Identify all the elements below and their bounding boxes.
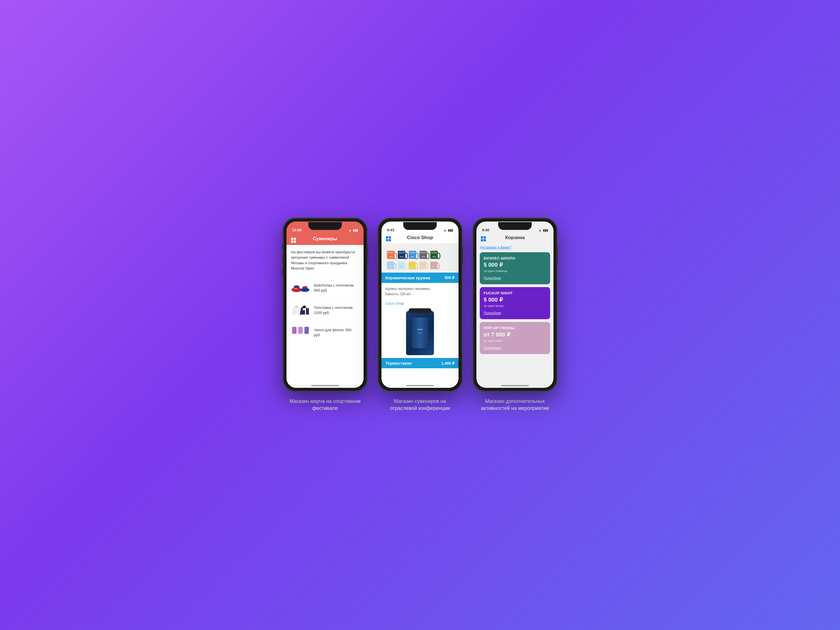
thermos-lid	[409, 308, 431, 313]
cap-thumb: USA	[291, 280, 311, 296]
basket-card-fuckup[interactable]: FUCKUP NIGHT 5 000 ₽ за один вечер Подро…	[480, 287, 550, 319]
svg-rect-25	[305, 328, 308, 332]
svg-text:cisco: cisco	[389, 256, 393, 258]
svg-text:cisco: cisco	[399, 266, 403, 267]
basket-link[interactable]: Что входит в билет?	[480, 243, 550, 252]
phone2-battery-icon: ▮▮▮	[448, 228, 453, 232]
phone2-grid-icon[interactable]	[386, 234, 391, 241]
phone1-frame: 13:09 ▲ ▮▮▮ Сувениры На фестивале	[283, 218, 367, 391]
mugs-banner: cisco cisco	[382, 244, 458, 272]
product-case-name: Чехол для Iphone, 650 руб.	[314, 328, 359, 338]
svg-point-12	[294, 328, 294, 329]
phone3-status-icons: ▲ ▮▮▮	[538, 228, 548, 232]
phone2-status-icons: ▲ ▮▮▮	[444, 228, 453, 232]
svg-text:cisco: cisco	[432, 266, 435, 267]
phone1-status-bar: 13:09 ▲ ▮▮▮	[286, 222, 363, 234]
phone1-wrapper: 13:09 ▲ ▮▮▮ Сувениры На фестивале	[283, 218, 367, 412]
phone1-nav-bar: Сувениры	[286, 234, 363, 245]
svg-point-26	[306, 328, 306, 329]
phone3-content: Что входит в билет? БИЗНЕС-ШКОЛА 5 000 ₽…	[477, 243, 554, 383]
phone3-nav-bar: Корзина	[477, 234, 554, 243]
product-item-case[interactable]: Чехол для Iphone, 650 руб.	[291, 321, 359, 344]
second-product-name: Термостакан	[385, 361, 412, 365]
svg-text:●●●: ●●●	[418, 332, 422, 334]
card-subtitle-business: за один семинар	[484, 269, 546, 272]
svg-text:cisco: cisco	[400, 256, 403, 258]
selected-product-bar[interactable]: Керамическая кружка 500 ₽	[382, 272, 458, 283]
phone2-nav-title: Cisco Shop	[407, 235, 433, 241]
product-hoodie-name: Толстовка с логотипом, 1200 руб.	[314, 305, 359, 315]
phone3-status-bar: 9:45 ▲ ▮▮▮	[477, 222, 554, 234]
svg-point-13	[295, 329, 295, 330]
svg-text:cisco: cisco	[417, 328, 423, 331]
phone2-wifi-icon: ▲	[444, 228, 447, 232]
phone1-caption: Магазин мерча на спортивном фестивале	[286, 398, 364, 412]
selected-product-price: 500 ₽	[445, 276, 455, 280]
shop-link[interactable]: Cisco Shop	[382, 300, 458, 308]
svg-point-28	[306, 330, 306, 331]
svg-point-5	[302, 286, 308, 288]
phone1-content: На фестивале вы можете приобрести авторс…	[286, 245, 363, 384]
phones-row: 13:09 ▲ ▮▮▮ Сувениры На фестивале	[283, 218, 557, 412]
phone1-description: На фестивале вы можете приобрести авторс…	[291, 249, 359, 271]
phone2-screen: 9:43 ▲ ▮▮▮ Cisco Shop	[382, 222, 458, 388]
svg-point-8	[303, 307, 305, 308]
svg-rect-18	[299, 328, 302, 332]
svg-text:cisco: cisco	[389, 266, 392, 267]
svg-rect-47	[398, 261, 405, 269]
basket-card-business[interactable]: БИЗНЕС-ШКОЛА 5 000 ₽ за один семинар Под…	[480, 252, 550, 284]
svg-rect-45	[387, 261, 394, 269]
svg-point-27	[307, 329, 308, 330]
phone2-content: cisco cisco	[382, 244, 458, 384]
svg-text:cisco: cisco	[410, 266, 413, 267]
card-link-fuckup[interactable]: Подробнее	[484, 311, 501, 315]
card-price-popup: от 7 000 ₽	[484, 331, 546, 338]
selected-product-name: Керамическая кружка	[385, 276, 430, 280]
product-item-cap[interactable]: USA Бейсболка с логотипом, 500 руб.	[291, 277, 359, 299]
battery-icon: ▮▮▮	[353, 228, 358, 232]
phone2-status-bar: 9:43 ▲ ▮▮▮	[382, 222, 458, 234]
svg-rect-11	[293, 328, 296, 332]
case-thumb	[291, 325, 311, 340]
phone3-home-indicator	[501, 385, 529, 386]
phone2-frame: 9:43 ▲ ▮▮▮ Cisco Shop	[378, 218, 462, 391]
card-subtitle-fuckup: за один вечер	[484, 304, 546, 307]
svg-point-22	[301, 331, 302, 331]
phone1-status-icons: ▲ ▮▮▮	[349, 228, 358, 232]
product-item-hoodie[interactable]: Толстовка с логотипом, 1200 руб.	[291, 299, 359, 321]
card-title-business: БИЗНЕС-ШКОЛА	[484, 256, 546, 260]
phone1-time: 13:09	[292, 228, 301, 232]
card-subtitle-popup: за один ужин	[484, 339, 546, 342]
svg-text:cisco: cisco	[422, 256, 425, 258]
phone3-frame: 9:45 ▲ ▮▮▮ Корзина Что входит в би	[473, 218, 557, 391]
svg-point-21	[300, 330, 300, 331]
svg-point-19	[300, 328, 300, 329]
phone1-grid-icon[interactable]	[291, 235, 296, 243]
svg-point-20	[301, 329, 302, 330]
svg-rect-31	[388, 252, 394, 254]
svg-text:cisco: cisco	[433, 256, 436, 258]
svg-rect-51	[420, 261, 426, 269]
svg-rect-49	[409, 261, 415, 269]
svg-point-7	[296, 307, 297, 308]
thermos-visual: cisco ●●●	[406, 310, 434, 355]
card-title-fuckup: FUCKUP NIGHT	[484, 291, 546, 295]
svg-point-14	[294, 330, 294, 331]
wifi-icon: ▲	[349, 228, 352, 232]
shop-link-text: Cisco Shop	[385, 301, 404, 306]
product-cap-name: Бейсболка с логотипом, 500 руб.	[314, 283, 359, 293]
card-link-popup[interactable]: Подробнее	[484, 346, 501, 350]
product-description: Кружка, материал: керамикаЕмкость: 320 м…	[385, 287, 430, 296]
svg-point-1	[294, 285, 299, 288]
svg-rect-6	[300, 289, 302, 290]
svg-rect-40	[420, 252, 426, 254]
card-link-business[interactable]: Подробнее	[484, 276, 501, 280]
basket-card-popup[interactable]: POP-UP УЖИНЫ от 7 000 ₽ за один ужин Под…	[480, 322, 550, 354]
thermos-section: cisco ●●●	[382, 308, 458, 358]
card-price-fuckup: 5 000 ₽	[484, 296, 546, 303]
svg-point-15	[295, 331, 295, 331]
phone3-wifi-icon: ▲	[538, 228, 542, 232]
second-product-bar[interactable]: Термостакан 1.400 ₽	[382, 358, 458, 368]
phone3-grid-icon[interactable]	[481, 234, 486, 241]
phone1-screen: 13:09 ▲ ▮▮▮ Сувениры На фестивале	[286, 222, 363, 388]
